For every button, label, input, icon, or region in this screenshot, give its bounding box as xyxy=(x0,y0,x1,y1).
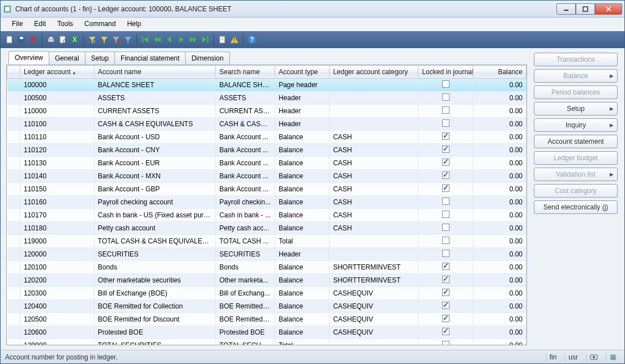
cell-type[interactable]: Header xyxy=(275,248,329,261)
table-row[interactable]: 110120Bank Account - CNYBank Account ...… xyxy=(7,144,526,157)
cell-category[interactable] xyxy=(329,235,418,248)
cell-search[interactable]: Other marketa... xyxy=(216,274,275,287)
cell-ledger[interactable]: 100500 xyxy=(20,92,95,105)
table-row[interactable]: 110140Bank Account - MXNBank Account ...… xyxy=(7,170,526,183)
cell-type[interactable]: Balance xyxy=(275,326,329,339)
row-handle[interactable] xyxy=(7,313,20,326)
row-handle[interactable] xyxy=(7,144,20,157)
delete-icon[interactable] xyxy=(28,34,39,45)
cell-type[interactable]: Balance xyxy=(275,209,329,222)
cell-name[interactable]: Bank Account - EUR xyxy=(94,157,216,170)
currency-icon[interactable] xyxy=(586,354,601,361)
cell-balance[interactable]: 0.00 xyxy=(473,248,526,261)
cell-locked[interactable] xyxy=(418,79,473,92)
cell-ledger[interactable]: 110140 xyxy=(20,170,95,183)
table-row[interactable]: 110160Payroll checking accountPayroll ch… xyxy=(7,196,526,209)
cell-balance[interactable]: 0.00 xyxy=(473,274,526,287)
cell-category[interactable]: SHORTTERMINVEST xyxy=(329,274,418,287)
excel-icon[interactable]: X xyxy=(69,34,80,45)
checkbox-icon[interactable] xyxy=(442,250,450,257)
cell-balance[interactable]: 0.00 xyxy=(473,79,526,92)
cell-name[interactable]: Bank Account - CNY xyxy=(94,144,216,157)
cell-balance[interactable]: 0.00 xyxy=(473,105,526,118)
checkbox-icon[interactable] xyxy=(442,328,450,335)
cell-ledger[interactable]: 110100 xyxy=(20,118,95,131)
row-handle[interactable] xyxy=(7,326,20,339)
cell-search[interactable]: ASSETS xyxy=(216,92,275,105)
cell-type[interactable]: Page header xyxy=(275,79,329,92)
tab-general[interactable]: General xyxy=(49,52,85,65)
checkbox-icon[interactable] xyxy=(442,341,450,345)
cell-name[interactable]: Other marketable securities xyxy=(94,274,216,287)
cell-locked[interactable] xyxy=(418,287,473,300)
cell-balance[interactable]: 0.00 xyxy=(473,118,526,131)
cell-type[interactable]: Balance xyxy=(275,196,329,209)
checkbox-icon[interactable] xyxy=(442,302,450,309)
cell-type[interactable]: Balance xyxy=(275,274,329,287)
row-handle[interactable] xyxy=(7,170,20,183)
cell-balance[interactable]: 0.00 xyxy=(473,222,526,235)
cell-ledger[interactable]: 110160 xyxy=(20,196,95,209)
cell-category[interactable]: CASH xyxy=(329,170,418,183)
cell-category[interactable]: CASH xyxy=(329,209,418,222)
cell-search[interactable]: Bank Account ... xyxy=(216,183,275,196)
cell-category[interactable] xyxy=(329,79,418,92)
cell-name[interactable]: Bill of Exchange (BOE) xyxy=(94,287,216,300)
checkbox-icon[interactable] xyxy=(442,211,450,218)
ledger-budget-button[interactable]: Ledger budget xyxy=(534,151,618,165)
cell-type[interactable]: Header xyxy=(275,92,329,105)
cost-category-button[interactable]: Cost category xyxy=(534,184,618,198)
cell-category[interactable]: CASH xyxy=(329,157,418,170)
table-row[interactable]: 120500BOE Remitted for DiscountBOE Remit… xyxy=(7,313,526,326)
cell-name[interactable]: TOTAL CASH & CASH EQUIVALENTS xyxy=(94,235,216,248)
document-icon[interactable] xyxy=(217,34,228,45)
cell-ledger[interactable]: 120300 xyxy=(20,287,95,300)
col-rowselector[interactable] xyxy=(7,66,20,79)
filter-grid-icon[interactable] xyxy=(99,34,110,45)
cell-type[interactable]: Header xyxy=(275,118,329,131)
cell-ledger[interactable]: 100000 xyxy=(20,79,95,92)
cell-balance[interactable]: 0.00 xyxy=(473,157,526,170)
cell-name[interactable]: Bank Account - MXN xyxy=(94,170,216,183)
cell-balance[interactable]: 0.00 xyxy=(473,196,526,209)
cell-locked[interactable] xyxy=(418,105,473,118)
checkbox-icon[interactable] xyxy=(442,289,450,296)
cell-locked[interactable] xyxy=(418,326,473,339)
tab-financial-statement[interactable]: Financial statement xyxy=(114,52,186,65)
cell-search[interactable]: Bonds xyxy=(216,261,275,274)
row-handle[interactable] xyxy=(7,105,20,118)
print-icon[interactable] xyxy=(45,34,57,45)
first-icon[interactable] xyxy=(140,34,151,45)
cell-name[interactable]: BALANCE SHEET xyxy=(94,79,216,92)
cell-ledger[interactable]: 110110 xyxy=(20,131,95,144)
row-handle[interactable] xyxy=(7,287,20,300)
cell-ledger[interactable]: 120400 xyxy=(20,300,95,313)
cell-ledger[interactable]: 120000 xyxy=(20,248,95,261)
row-handle[interactable] xyxy=(7,235,20,248)
validation-list-button[interactable]: Validation list▶ xyxy=(534,168,618,181)
cell-name[interactable]: Bonds xyxy=(94,261,216,274)
cell-name[interactable]: Bank Account - GBP xyxy=(94,183,216,196)
new-icon[interactable] xyxy=(4,34,15,45)
cell-type[interactable]: Balance xyxy=(275,261,329,274)
next-page-icon[interactable] xyxy=(187,34,199,45)
checkbox-icon[interactable] xyxy=(442,172,450,179)
checkbox-icon[interactable] xyxy=(442,263,450,270)
cell-category[interactable]: CASHEQUIV xyxy=(329,287,418,300)
filter-sort-icon[interactable] xyxy=(122,34,134,45)
cell-name[interactable]: Petty cash account xyxy=(94,222,216,235)
cell-balance[interactable]: 0.00 xyxy=(473,131,526,144)
checkbox-icon[interactable] xyxy=(442,119,450,127)
cell-locked[interactable] xyxy=(418,92,473,105)
table-row[interactable]: 129900TOTAL SECURITIESTOTAL SECURI...Tot… xyxy=(7,339,526,345)
cell-name[interactable]: ASSETS xyxy=(94,92,216,105)
cell-locked[interactable] xyxy=(418,144,473,157)
cell-locked[interactable] xyxy=(418,157,473,170)
row-handle[interactable] xyxy=(7,339,20,345)
cell-type[interactable]: Balance xyxy=(275,300,329,313)
cell-category[interactable]: CASHEQUIV xyxy=(329,326,418,339)
row-handle[interactable] xyxy=(7,196,20,209)
cell-search[interactable]: SECURITIES xyxy=(216,248,275,261)
cell-type[interactable]: Balance xyxy=(275,144,329,157)
checkbox-icon[interactable] xyxy=(442,132,450,140)
